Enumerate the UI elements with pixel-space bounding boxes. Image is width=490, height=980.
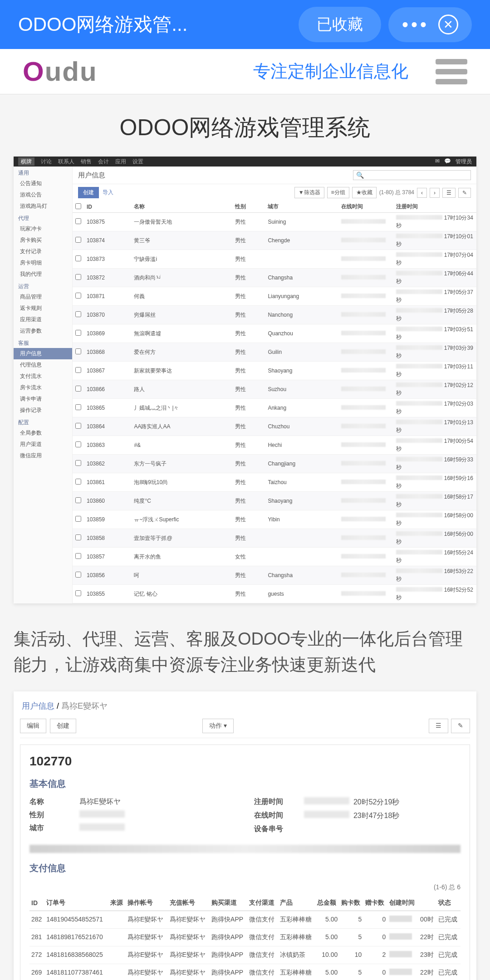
table-row[interactable]: 103859ㅠ~浮浅ㄨSuperfic男性Yibin 16时58分00秒 [73, 510, 476, 529]
table-row[interactable]: 103857离开水的鱼女性 16时55分24秒 [73, 548, 476, 566]
column-header[interactable]: 在线时间 [338, 201, 393, 213]
row-checkbox[interactable] [75, 516, 81, 522]
table-row[interactable]: 103869無滾啊遣墟男性Quanzhou 17时03分51秒 [73, 324, 476, 343]
more-icon[interactable]: ••• [402, 15, 429, 35]
table-row[interactable]: 103870穷爆屌丝男性Nanchong 17时05分28秒 [73, 306, 476, 324]
row-checkbox[interactable] [75, 348, 81, 354]
pay-column-header[interactable]: 订单号 [44, 895, 108, 911]
row-checkbox[interactable] [75, 479, 81, 485]
sidebar-item[interactable]: 游戏跑马灯 [14, 201, 72, 212]
sidebar-item[interactable]: 返卡规则 [14, 303, 72, 314]
select-all-checkbox[interactable] [75, 203, 81, 209]
row-checkbox[interactable] [75, 311, 81, 317]
row-checkbox[interactable] [75, 255, 81, 261]
sidebar-item[interactable]: 全局参数 [14, 427, 72, 439]
sidebar-item[interactable]: 玩家冲卡 [14, 223, 72, 235]
msg-icon[interactable]: ✉ [435, 158, 440, 166]
column-header[interactable]: 名称 [131, 201, 232, 213]
table-row[interactable]: 103858壹加壹等于抓@男性 16时56分00秒 [73, 529, 476, 548]
pay-row[interactable]: 2691481811077387461爲祢E變坏ヤ爲祢E變坏ヤ 跑得快APP微信… [29, 964, 461, 980]
table-row[interactable]: 103873宁缺毋滥i男性 17时07分04秒 [73, 250, 476, 269]
list-view-icon-2[interactable]: ☰ [429, 719, 448, 733]
row-checkbox[interactable] [75, 590, 81, 596]
table-row[interactable]: 103862东方一号疯子男性Changjiang 16时59分33秒 [73, 455, 476, 473]
create-button[interactable]: 创建 [78, 187, 99, 198]
pay-column-header[interactable]: 操作帐号 [126, 895, 168, 911]
list-view-icon[interactable]: ☰ [442, 188, 456, 198]
pay-column-header[interactable]: 支付渠道 [247, 895, 278, 911]
sidebar-item[interactable]: 公告通知 [14, 178, 72, 189]
pay-column-header[interactable]: 创建时间 [387, 895, 418, 911]
table-row[interactable]: 103866路人男性Suzhou 17时02分12秒 [73, 380, 476, 399]
row-checkbox[interactable] [75, 293, 81, 299]
row-checkbox[interactable] [75, 497, 81, 503]
pay-column-header[interactable]: 产品 [278, 895, 316, 911]
fav-button[interactable]: ★收藏 [352, 187, 377, 198]
sidebar-item[interactable]: 操作记录 [14, 405, 72, 416]
chat-icon[interactable]: 💬 [444, 158, 451, 166]
table-row[interactable]: 103875一身傲骨暂天地男性Suining 17时10分34秒 [73, 213, 476, 231]
pay-row[interactable]: 2821481904554852571爲祢E變坏ヤ爲祢E變坏ヤ 跑得快APP微信… [29, 911, 461, 929]
row-checkbox[interactable] [75, 404, 81, 410]
row-checkbox[interactable] [75, 534, 81, 540]
pay-row[interactable]: 2721481816838568025爲祢E變坏ヤ爲祢E變坏ヤ 跑得快APP微信… [29, 946, 461, 964]
table-row[interactable]: 103861泡8嗨9玩10尚男性Taizhou 16时59分16秒 [73, 473, 476, 492]
row-checkbox[interactable] [75, 274, 81, 280]
pay-column-header[interactable] [418, 895, 436, 911]
close-icon[interactable]: ✕ [438, 15, 458, 34]
sidebar-item[interactable]: 调卡申请 [14, 393, 72, 405]
favorite-button[interactable]: 已收藏 [299, 7, 381, 42]
create-button-2[interactable]: 创建 [50, 719, 76, 733]
row-checkbox[interactable] [75, 553, 81, 559]
sidebar-item[interactable]: 房卡流水 [14, 382, 72, 393]
row-checkbox[interactable] [75, 218, 81, 224]
sidebar-item[interactable]: 用户渠道 [14, 439, 72, 450]
column-header[interactable]: 注册时间 [393, 201, 476, 213]
column-header[interactable]: ID [84, 201, 131, 213]
row-checkbox[interactable] [75, 423, 81, 429]
nav-item[interactable]: 销售 [81, 158, 92, 165]
form-view-icon[interactable]: ✎ [458, 188, 471, 198]
sidebar-item[interactable]: 微信应用 [14, 450, 72, 461]
menu-icon[interactable] [436, 59, 467, 84]
pay-column-header[interactable]: 赠卡数 [363, 895, 387, 911]
sidebar-item[interactable]: 商品管理 [14, 291, 72, 303]
admin-label[interactable]: 管理员 [456, 158, 472, 166]
table-row[interactable]: 103864AA路实巡人AA男性Chuzhou 17时01分13秒 [73, 417, 476, 436]
table-row[interactable]: 103868爱在何方男性Guilin 17时03分39秒 [73, 343, 476, 362]
row-checkbox[interactable] [75, 386, 81, 392]
group-button[interactable]: ≡分组 [327, 187, 349, 198]
pay-column-header[interactable]: 状态 [436, 895, 461, 911]
row-checkbox[interactable] [75, 460, 81, 466]
sidebar-item[interactable]: 房卡明细 [14, 257, 72, 269]
pay-column-header[interactable]: 来源 [108, 895, 126, 911]
pay-column-header[interactable]: 购买渠道 [210, 895, 247, 911]
pay-column-header[interactable]: 充值帐号 [168, 895, 210, 911]
sidebar-item[interactable]: 我的代理 [14, 269, 72, 280]
prev-page-button[interactable]: ‹ [417, 188, 427, 198]
row-checkbox[interactable] [75, 237, 81, 243]
pay-column-header[interactable]: 购卡数 [339, 895, 363, 911]
sidebar-item[interactable]: 支付流水 [14, 371, 72, 382]
search-input[interactable]: 🔍 [353, 170, 471, 180]
table-row[interactable]: 103863#&男性Hechi 17时00分54秒 [73, 436, 476, 455]
edit-button[interactable]: 编辑 [20, 719, 46, 733]
import-link[interactable]: 导入 [103, 189, 113, 196]
action-dropdown[interactable]: 动作 ▾ [202, 719, 234, 733]
pay-column-header[interactable]: ID [29, 895, 44, 911]
table-row[interactable]: 103855记忆 铭心男性guests 16时52分52秒 [73, 585, 476, 603]
table-row[interactable]: 103867新家就要荣事达男性Shaoyang 17时03分11秒 [73, 362, 476, 380]
column-header[interactable]: 性别 [232, 201, 265, 213]
table-row[interactable]: 103871何義男性Lianyungang 17时05分37秒 [73, 287, 476, 306]
form-view-icon-2[interactable]: ✎ [451, 719, 470, 733]
nav-item[interactable]: 设置 [132, 158, 143, 165]
nav-item[interactable]: 应用 [115, 158, 126, 165]
nav-item[interactable]: 讨论 [41, 158, 52, 165]
sidebar-item[interactable]: 代理信息 [14, 359, 72, 371]
pay-row[interactable]: 2811481898176521670爲祢E變坏ヤ爲祢E變坏ヤ 跑得快APP微信… [29, 929, 461, 946]
sidebar-item[interactable]: 运营参数 [14, 325, 72, 337]
next-page-button[interactable]: › [430, 188, 440, 198]
table-row[interactable]: 103874黄三爷男性Chengde 17时10分01秒 [73, 231, 476, 250]
table-row[interactable]: 103865丿嫣城灬之泪丶|々男性Ankang 17时02分03秒 [73, 399, 476, 417]
row-checkbox[interactable] [75, 330, 81, 336]
